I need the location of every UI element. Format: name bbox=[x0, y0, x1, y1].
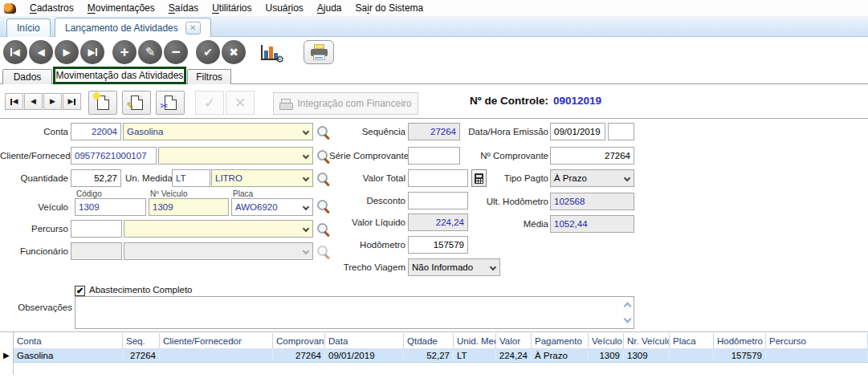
cancel-button[interactable]: ✖ bbox=[222, 40, 246, 64]
grid-cell[interactable] bbox=[766, 349, 868, 362]
chevron-down-icon[interactable] bbox=[303, 128, 309, 135]
percurso-search-icon[interactable] bbox=[316, 222, 330, 236]
trecho-viagem-combo[interactable]: Não Informado bbox=[408, 258, 500, 276]
percurso-codigo-field[interactable] bbox=[71, 220, 122, 238]
tab-inicio[interactable]: Início bbox=[6, 18, 51, 37]
grid-col-header[interactable]: Placa bbox=[670, 333, 714, 349]
grid-col-header[interactable]: Valor bbox=[496, 333, 532, 349]
desconto-field[interactable] bbox=[408, 192, 468, 209]
integracao-financeiro-button[interactable]: Integração com Financeiro bbox=[273, 92, 418, 115]
last-record-button[interactable]: ▶ bbox=[80, 40, 104, 64]
grid-cell[interactable]: LT bbox=[454, 349, 496, 362]
post-button[interactable]: ✓ bbox=[195, 91, 224, 115]
un-medida-search-icon[interactable] bbox=[316, 172, 330, 185]
scroll-down-icon[interactable] bbox=[624, 315, 632, 323]
delete-document-button[interactable]: ✂ bbox=[156, 91, 185, 115]
calculator-button[interactable] bbox=[471, 169, 487, 187]
grid-col-header[interactable]: Unid. Med. bbox=[454, 333, 496, 349]
grid-col-header[interactable]: Comprovante bbox=[273, 333, 325, 349]
grid-col-header[interactable]: Qtdade bbox=[404, 333, 454, 349]
tab-close-icon[interactable]: ✕ bbox=[185, 22, 201, 35]
grid-prev-button[interactable]: ◀ bbox=[24, 93, 43, 110]
valor-total-field[interactable] bbox=[408, 169, 468, 187]
grid-next-button[interactable]: ▶ bbox=[43, 93, 62, 110]
add-record-button[interactable]: + bbox=[112, 40, 137, 64]
menu-item-saidas[interactable]: Saídas bbox=[169, 2, 198, 14]
quantidade-field[interactable]: 52,27 bbox=[71, 169, 121, 187]
chart-settings-button[interactable]: ⚙ bbox=[257, 40, 286, 64]
menu-item-movimentacoes[interactable]: Movimentações bbox=[88, 2, 155, 14]
serie-comprovante-field[interactable] bbox=[408, 147, 460, 165]
funcionario-combo[interactable] bbox=[124, 242, 313, 260]
grid-cell[interactable]: À Prazo bbox=[532, 349, 589, 362]
menu-item-usuarios[interactable]: Usuários bbox=[265, 2, 303, 14]
cliente-descricao-combo[interactable] bbox=[158, 147, 313, 165]
veiculo-placa-combo[interactable]: AWO6920 bbox=[231, 198, 313, 216]
conta-descricao-combo[interactable]: Gasolina bbox=[123, 123, 313, 140]
confirm-button[interactable]: ✔ bbox=[196, 40, 220, 64]
new-document-button[interactable] bbox=[88, 91, 117, 115]
un-medida-combo[interactable]: LITRO bbox=[211, 169, 313, 187]
print-button[interactable] bbox=[304, 40, 334, 64]
percurso-combo[interactable] bbox=[124, 220, 313, 238]
chevron-down-icon[interactable] bbox=[624, 175, 630, 181]
grid-row[interactable]: Gasolina272642726409/01/201952,27LT224,2… bbox=[14, 349, 868, 363]
veiculo-codigo-field[interactable]: 1309 bbox=[75, 198, 146, 216]
next-record-button[interactable]: ▶ bbox=[55, 40, 79, 64]
grid-col-header[interactable]: Nr. Veículo bbox=[624, 333, 670, 349]
grid-col-header[interactable]: Cliente/Fornecedor bbox=[160, 333, 273, 349]
data-emissao-field[interactable]: 09/01/2019 bbox=[550, 123, 605, 140]
subtab-movimentacao-das-atividades[interactable]: Movimentação das Atividades bbox=[53, 67, 186, 84]
chevron-down-icon[interactable] bbox=[490, 264, 496, 270]
grid-col-header[interactable]: Veículo bbox=[589, 333, 624, 349]
subtab-filtros[interactable]: Filtros bbox=[187, 69, 231, 84]
grid-first-button[interactable]: ◀ bbox=[5, 93, 23, 110]
grid-cell[interactable]: 27264 bbox=[273, 349, 325, 362]
grid-cell[interactable]: 1309 bbox=[624, 349, 670, 362]
grid-cell[interactable] bbox=[670, 349, 714, 362]
menu-item-cadastros[interactable]: Cadastros bbox=[30, 2, 74, 14]
conta-codigo-field[interactable]: 22004 bbox=[71, 123, 121, 140]
grid-cell[interactable]: 157579 bbox=[714, 349, 766, 362]
un-medida-codigo-field[interactable]: LT bbox=[172, 169, 210, 187]
first-record-button[interactable]: ◀ bbox=[3, 40, 27, 64]
grid-col-header[interactable]: Percurso bbox=[766, 333, 868, 349]
grid-cell[interactable]: 09/01/2019 bbox=[325, 349, 404, 362]
tipo-pagto-combo[interactable]: À Prazo bbox=[550, 169, 634, 187]
grid-cell[interactable]: 224,24 bbox=[496, 349, 532, 362]
n-comprovante-field[interactable]: 27264 bbox=[550, 147, 634, 165]
edit-document-button[interactable]: ✎ bbox=[122, 91, 151, 115]
tab-lancamento-atividades[interactable]: Lançamento de Atividades ✕ bbox=[55, 18, 211, 37]
hora-emissao-field[interactable] bbox=[608, 123, 634, 140]
chevron-down-icon[interactable] bbox=[303, 204, 309, 210]
menu-item-sair-do-sistema[interactable]: Sair do Sistema bbox=[356, 2, 424, 14]
funcionario-codigo-field[interactable] bbox=[71, 242, 122, 260]
chevron-down-icon[interactable] bbox=[303, 152, 309, 159]
grid-cell[interactable]: 1309 bbox=[589, 349, 624, 362]
grid-col-header[interactable]: Conta bbox=[14, 333, 123, 349]
hodometro-field[interactable]: 157579 bbox=[408, 236, 468, 254]
funcionario-search-icon[interactable] bbox=[316, 245, 330, 258]
menu-item-utilitarios[interactable]: Utilitários bbox=[212, 2, 251, 14]
delete-record-button[interactable]: − bbox=[164, 40, 188, 64]
observacoes-textarea[interactable] bbox=[75, 296, 634, 329]
grid-cell[interactable] bbox=[160, 349, 273, 362]
subtab-dados[interactable]: Dados bbox=[2, 69, 52, 84]
grid-col-header[interactable]: Pagamento bbox=[532, 333, 589, 349]
veiculo-nr-field[interactable]: 1309 bbox=[149, 198, 229, 216]
grid-cell[interactable]: 27264 bbox=[123, 349, 160, 362]
veiculo-search-icon[interactable] bbox=[316, 199, 330, 213]
menu-item-ajuda[interactable]: Ajuda bbox=[317, 2, 342, 14]
grid-col-header[interactable]: Data bbox=[325, 333, 404, 349]
edit-record-button[interactable]: ✎ bbox=[138, 40, 162, 64]
previous-record-button[interactable]: ◀ bbox=[29, 40, 53, 64]
scroll-up-icon[interactable] bbox=[624, 303, 632, 311]
cliente-codigo-field[interactable]: 09577621000107 bbox=[71, 147, 157, 165]
grid-col-header[interactable]: Hodômetro bbox=[714, 333, 766, 349]
cliente-search-icon[interactable] bbox=[316, 149, 330, 163]
chevron-down-icon[interactable] bbox=[303, 175, 309, 181]
cancel-edit-button[interactable]: ✕ bbox=[226, 91, 255, 115]
grid-last-button[interactable]: ▶ bbox=[63, 93, 81, 110]
grid-col-header[interactable]: Seq. bbox=[123, 333, 160, 349]
grid-cell[interactable]: Gasolina bbox=[14, 349, 123, 362]
